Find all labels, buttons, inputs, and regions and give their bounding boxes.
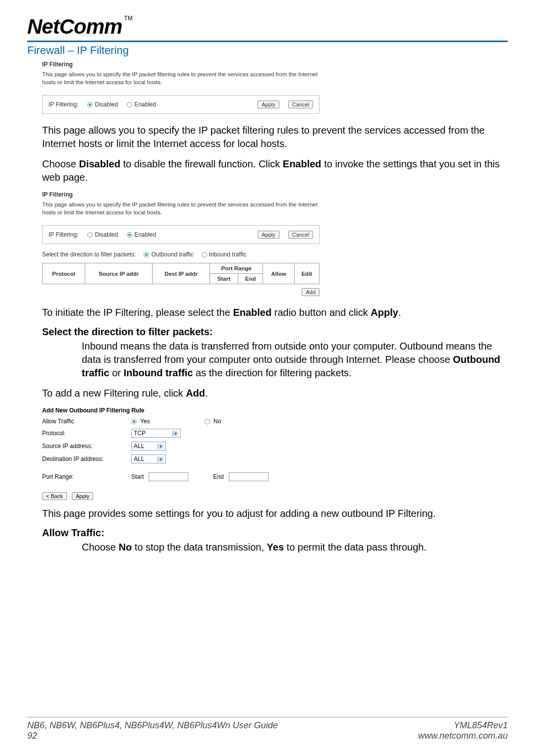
th-allow: Allow: [263, 263, 294, 284]
footer-url: www.netcomm.com.au: [418, 731, 508, 741]
para-add-desc: This page provides some settings for you…: [42, 507, 508, 520]
para-intro: This page allows you to specify the IP p…: [42, 124, 508, 151]
screenshot-ipfilter-disabled: IP Filtering This page allows you to spe…: [42, 61, 508, 114]
select-source-ip[interactable]: ALL▾: [131, 442, 166, 451]
apply-button[interactable]: Apply: [258, 231, 279, 239]
ss2-radio-outbound[interactable]: Outbound traffic: [144, 251, 193, 258]
lbl-port-end: End: [213, 473, 223, 480]
lbl-port-start: Start: [131, 473, 144, 480]
ss1-desc: This page allows you to specify the IP p…: [42, 71, 320, 86]
ss2-panel: IP Filtering: Disabled Enabled Apply Can…: [42, 225, 320, 244]
cancel-button[interactable]: Cancel: [288, 231, 313, 239]
ss1-label: IP Filtering:: [49, 101, 78, 108]
chevron-down-icon: ▾: [172, 431, 178, 436]
ss2-desc: This page allows you to specify the IP p…: [42, 201, 320, 216]
apply-button[interactable]: Apply: [258, 101, 279, 108]
para-add-rule: To add a new Filtering rule, click Add.: [42, 387, 508, 400]
th-source-ip: Source IP addr: [85, 263, 153, 284]
heading-direction: Select the direction to filter packets:: [42, 326, 508, 338]
ss3-heading: Add New Outbound IP Filtering Rule: [42, 407, 320, 414]
ss2-rule-table: Protocol Source IP addr Dest IP addr Por…: [42, 263, 320, 284]
para-choose: Choose Disabled to disable the firewall …: [42, 157, 508, 184]
input-port-start[interactable]: [149, 472, 188, 481]
footer-guide-title: NB6, NB6W, NB6Plus4, NB6Plus4W, NB6Plus4…: [27, 720, 278, 731]
radio-dot-icon: [127, 102, 132, 107]
radio-dot-icon: [131, 419, 137, 424]
logo-text: NetComm: [27, 15, 122, 39]
back-button[interactable]: < Back: [42, 492, 67, 500]
footer-doc-rev: YML854Rev1: [418, 720, 508, 731]
th-port-range: Port Range: [210, 263, 263, 274]
ss2-radio-inbound[interactable]: Inbound traffic: [202, 251, 247, 258]
apply-button[interactable]: Apply: [72, 492, 94, 500]
radio-dot-icon: [144, 252, 149, 257]
th-protocol: Protocol: [43, 263, 85, 284]
ss1-heading: IP Filtering: [42, 61, 508, 68]
chevron-down-icon: ▾: [158, 444, 163, 449]
para-allow-traffic: Choose No to stop the data transmission,…: [82, 541, 508, 554]
logo-tm: TM: [124, 15, 132, 22]
th-port-start: Start: [210, 274, 238, 284]
footer-page-number: 92: [27, 731, 278, 741]
header-rule: [27, 41, 508, 42]
radio-dot-icon: [205, 419, 210, 424]
heading-allow-traffic: Allow Traffic:: [42, 527, 508, 539]
ss2-radio-disabled[interactable]: Disabled: [87, 231, 118, 238]
ss2-direction-row: Select the direction to filter packets: …: [42, 251, 320, 258]
radio-allow-no[interactable]: No: [205, 418, 221, 425]
para-direction: Inbound means the data is transferred fr…: [82, 340, 508, 380]
radio-dot-icon: [87, 102, 93, 107]
lbl-source-ip: Source IP address:: [42, 443, 126, 450]
section-title: Firewall – IP Filtering: [27, 44, 508, 57]
th-dest-ip: Dest IP addr: [153, 263, 210, 284]
lbl-allow-traffic: Allow Traffic: [42, 418, 126, 425]
para-initiate: To initiate the IP Filtering, please sel…: [42, 306, 508, 319]
th-port-end: End: [238, 274, 263, 284]
ss2-radio-enabled[interactable]: Enabled: [127, 231, 156, 238]
ss2-label: IP Filtering:: [49, 231, 78, 238]
page-footer: NB6, NB6W, NB6Plus4, NB6Plus4W, NB6Plus4…: [27, 717, 508, 741]
radio-dot-icon: [127, 232, 132, 238]
ss2-dir-label: Select the direction to filter packets:: [42, 251, 136, 258]
brand-logo: NetCommTM: [27, 15, 508, 39]
select-dest-ip[interactable]: ALL▾: [131, 454, 166, 463]
lbl-dest-ip: Destination IP address:: [42, 455, 126, 462]
radio-dot-icon: [87, 232, 93, 238]
chevron-down-icon: ▾: [158, 456, 163, 462]
cancel-button[interactable]: Cancel: [288, 101, 313, 108]
ss2-heading: IP Filtering: [42, 191, 508, 198]
input-port-end[interactable]: [229, 472, 268, 481]
th-edit: Edit: [294, 263, 319, 284]
ss1-panel: IP Filtering: Disabled Enabled Apply Can…: [42, 95, 320, 114]
ss1-radio-disabled[interactable]: Disabled: [87, 101, 118, 108]
radio-allow-yes[interactable]: Yes: [131, 418, 150, 425]
ss1-radio-enabled[interactable]: Enabled: [127, 101, 156, 108]
lbl-protocol: Protocol:: [42, 430, 126, 437]
screenshot-ipfilter-enabled: IP Filtering This page allows you to spe…: [42, 191, 508, 296]
screenshot-add-rule: Add New Outbound IP Filtering Rule Allow…: [42, 407, 320, 500]
select-protocol[interactable]: TCP▾: [131, 429, 181, 438]
lbl-port-range: Port Range:: [42, 473, 126, 480]
add-button[interactable]: Add: [302, 288, 320, 296]
radio-dot-icon: [202, 252, 207, 257]
